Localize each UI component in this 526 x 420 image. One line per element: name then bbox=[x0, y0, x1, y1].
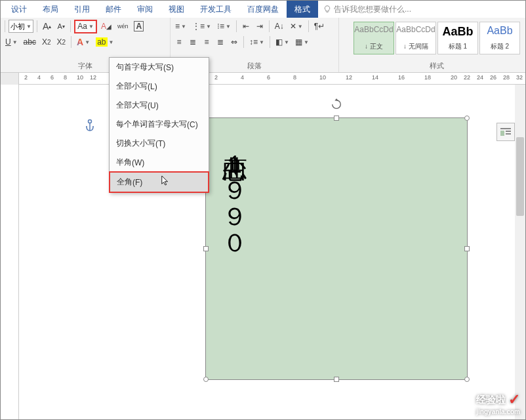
numbering-button[interactable]: ⋮≡▼ bbox=[190, 20, 213, 33]
styles-group-label: 样式 bbox=[351, 60, 523, 72]
tab-developer[interactable]: 开发工具 bbox=[192, 1, 239, 18]
text-box-content[interactable]: 恋曲１９９０ bbox=[206, 118, 263, 260]
shrink-font-button[interactable]: A▾ bbox=[55, 20, 67, 33]
tell-me-search[interactable]: 告诉我您想要做什么... bbox=[318, 4, 416, 15]
resize-handle-s[interactable] bbox=[334, 377, 339, 382]
layout-options-button[interactable] bbox=[496, 123, 515, 141]
tab-design[interactable]: 设计 bbox=[3, 1, 35, 18]
subscript-button[interactable]: X2 bbox=[40, 35, 53, 49]
style-heading1[interactable]: AaBb 标题 1 bbox=[437, 22, 478, 54]
pinyin-button[interactable]: wén bbox=[115, 20, 131, 33]
case-sentence[interactable]: 句首字母大写(S) bbox=[110, 58, 209, 77]
show-marks-button[interactable]: ¶↵ bbox=[312, 20, 327, 33]
style-nospacing[interactable]: AaBbCcDd ↓ 无间隔 bbox=[395, 22, 436, 54]
multilevel-button[interactable]: ⁝≡▼ bbox=[215, 20, 233, 33]
layout-options-icon bbox=[500, 127, 512, 136]
workspace: 恋曲１９９０ bbox=[1, 85, 525, 419]
resize-handle-e[interactable] bbox=[464, 246, 470, 251]
style-heading2[interactable]: AaBb 标题 2 bbox=[479, 22, 520, 54]
tab-mailings[interactable]: 邮件 bbox=[98, 1, 129, 18]
resize-handle-n[interactable] bbox=[334, 116, 339, 121]
tell-me-placeholder: 告诉我您想要做什么... bbox=[334, 4, 411, 15]
lightbulb-icon bbox=[323, 5, 331, 13]
char-border-button[interactable]: A bbox=[132, 20, 146, 33]
check-icon: ✓ bbox=[508, 391, 520, 408]
tab-review[interactable]: 审阅 bbox=[129, 1, 161, 18]
menu-bar: 设计 布局 引用 邮件 审阅 视图 开发工具 百度网盘 格式 告诉我您想要做什么… bbox=[1, 1, 525, 18]
text-effects-button[interactable]: A▼ bbox=[75, 35, 92, 49]
align-justify-button[interactable]: ≣ bbox=[214, 35, 226, 49]
borders-button[interactable]: ▦▼ bbox=[293, 35, 311, 49]
svg-rect-1 bbox=[500, 128, 511, 129]
svg-rect-4 bbox=[506, 133, 511, 135]
font-size-select[interactable]: 小初▼ bbox=[9, 20, 33, 33]
text-box[interactable]: 恋曲１９９０ bbox=[205, 117, 468, 380]
ruler-horizontal[interactable]: 2 4 6 8 10 12 2 4 6 8 10 12 14 16 18 20 … bbox=[1, 73, 525, 85]
tab-format[interactable]: 格式 bbox=[287, 1, 318, 18]
clear-format-button[interactable]: A◢ bbox=[99, 20, 113, 33]
document-canvas[interactable]: 恋曲１９９０ bbox=[19, 85, 525, 419]
case-capitalize-each[interactable]: 每个单词首字母大写(C) bbox=[110, 115, 209, 134]
ruler-corner bbox=[1, 73, 19, 85]
resize-handle-ne[interactable] bbox=[464, 116, 470, 121]
indent-inc-button[interactable]: ⇥ bbox=[254, 20, 266, 33]
resize-handle-sw[interactable] bbox=[203, 377, 209, 382]
underline-button[interactable]: U▼ bbox=[3, 35, 20, 49]
tab-baidu[interactable]: 百度网盘 bbox=[239, 1, 287, 18]
bullets-button[interactable]: ≡▼ bbox=[173, 20, 188, 33]
case-uppercase[interactable]: 全部大写(U) bbox=[110, 96, 209, 115]
align-left-button[interactable]: ≡ bbox=[173, 35, 185, 49]
superscript-button[interactable]: X2 bbox=[55, 35, 68, 49]
case-fullwidth[interactable]: 全角(F) bbox=[109, 171, 209, 193]
vertical-scrollbar[interactable] bbox=[515, 85, 525, 419]
tab-view[interactable]: 视图 bbox=[161, 1, 192, 18]
distribute-button[interactable]: ⇔ bbox=[228, 35, 240, 49]
resize-handle-w[interactable] bbox=[203, 246, 209, 251]
case-halfwidth[interactable]: 半角(W) bbox=[110, 153, 209, 172]
align-center-button[interactable]: ≣ bbox=[187, 35, 199, 49]
rotate-handle-icon[interactable] bbox=[331, 98, 342, 110]
line-spacing-button[interactable]: ↕≡▼ bbox=[247, 35, 266, 49]
ribbon: 小初▼ A▴ A▾ Aa▼ A◢ wén A U▼ abc X2 X2 A▼ bbox=[1, 18, 525, 73]
tab-layout[interactable]: 布局 bbox=[35, 1, 66, 18]
svg-point-0 bbox=[89, 120, 92, 123]
align-right-button[interactable]: ≡ bbox=[201, 35, 212, 49]
shading-button[interactable]: ◧▼ bbox=[273, 35, 291, 49]
change-case-dropdown: 句首字母大写(S) 全部小写(L) 全部大写(U) 每个单词首字母大写(C) 切… bbox=[109, 57, 209, 193]
svg-rect-3 bbox=[506, 131, 511, 132]
change-case-button[interactable]: Aa▼ bbox=[74, 20, 97, 33]
watermark: 经验啦 ✓ jingyanla.com bbox=[476, 391, 520, 415]
anchor-icon bbox=[85, 119, 95, 132]
tab-references[interactable]: 引用 bbox=[66, 1, 98, 18]
case-toggle[interactable]: 切换大小写(T) bbox=[110, 134, 209, 153]
mouse-cursor-icon bbox=[161, 175, 170, 186]
indent-dec-button[interactable]: ⇤ bbox=[240, 20, 252, 33]
scrollbar-thumb[interactable] bbox=[516, 137, 524, 216]
strike-button[interactable]: abc bbox=[22, 35, 38, 49]
ruler-vertical[interactable] bbox=[1, 85, 19, 419]
grow-font-button[interactable]: A▴ bbox=[41, 20, 53, 33]
sort-button[interactable]: A↓ bbox=[273, 20, 286, 33]
svg-rect-2 bbox=[500, 131, 504, 136]
highlight-button[interactable]: ab▼ bbox=[94, 35, 115, 49]
ribbon-group-styles: AaBbCcDd ↓ 正文 AaBbCcDd ↓ 无间隔 AaBb 标题 1 A… bbox=[348, 18, 525, 72]
case-lowercase[interactable]: 全部小写(L) bbox=[110, 77, 209, 96]
asian-layout-button[interactable]: ✕▼ bbox=[288, 20, 305, 33]
style-normal[interactable]: AaBbCcDd ↓ 正文 bbox=[354, 22, 394, 54]
resize-handle-se[interactable] bbox=[464, 377, 470, 382]
